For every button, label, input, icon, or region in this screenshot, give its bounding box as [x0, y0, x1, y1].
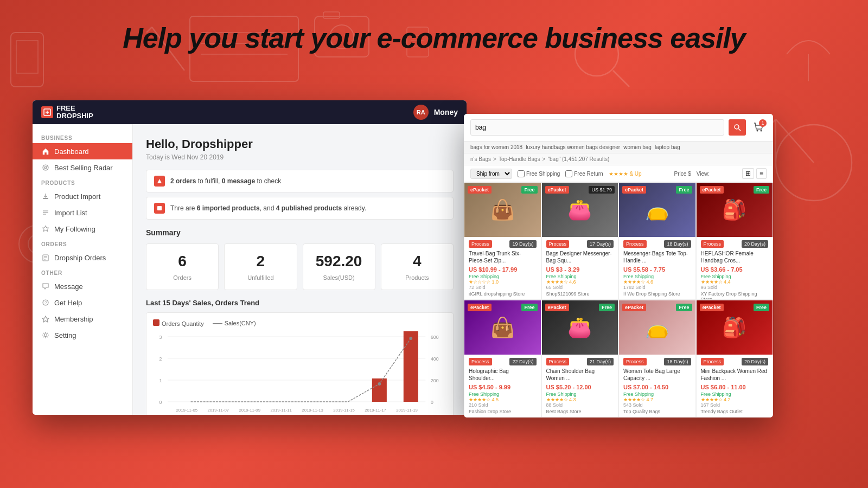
product-store: If We Drop Shipping Store: [623, 291, 691, 297]
sidebar-item-dashboard[interactable]: Dashboard: [33, 143, 132, 159]
epacket-badge: ePacket: [545, 186, 569, 194]
sidebar-label-product-import: Product Import: [54, 192, 100, 201]
free-return-checkbox[interactable]: [565, 170, 572, 177]
sidebar-item-best-selling-radar[interactable]: Best Selling Radar: [33, 159, 132, 176]
sidebar-item-my-following[interactable]: My Following: [33, 221, 132, 237]
svg-text:2019-11-15: 2019-11-15: [333, 408, 355, 413]
svg-rect-31: [43, 198, 48, 199]
sidebar-section-products: PRODUCTS: [33, 176, 132, 188]
ec-topbar: 1: [464, 114, 773, 142]
grid-view-button[interactable]: ⊞: [742, 168, 754, 179]
sidebar-item-setting[interactable]: Setting: [33, 327, 132, 343]
svg-text:2019-11-19: 2019-11-19: [396, 408, 418, 413]
product-price: US $5.58 - 7.75: [623, 266, 691, 273]
summary-grid: 6 Orders 2 Unfulfilled 592.20 Sales(USD)…: [146, 243, 454, 290]
product-stars: ★★★★☆ 4.6: [623, 279, 691, 285]
free-shipping-checkbox[interactable]: [518, 170, 525, 177]
search-tag-2[interactable]: women bag: [623, 144, 652, 150]
product-card[interactable]: ePacket US $1.79 👛 Process 17 Day(s) Bag…: [541, 182, 619, 300]
breadcrumb-part-0[interactable]: n's Bags: [470, 156, 491, 162]
date-text: Today is Wed Nov 20 2019: [146, 153, 454, 161]
product-sold: 167 Sold: [701, 402, 769, 408]
svg-text:3: 3: [159, 335, 162, 340]
product-card[interactable]: ePacket Free 👝 Process 18 Day(s) Messeng…: [618, 182, 696, 300]
price-filter[interactable]: Price $: [674, 171, 691, 177]
sidebar-label-get-help: Get Help: [54, 299, 82, 307]
search-button[interactable]: [729, 119, 746, 136]
svg-text:1: 1: [159, 378, 162, 383]
product-card[interactable]: ePacket Free 👛 Process 21 Day(s) Chain S…: [541, 300, 619, 418]
download-icon: [41, 192, 50, 201]
product-sold: 72 Sold: [469, 285, 537, 290]
topbar-right: RA Money: [413, 105, 458, 120]
sidebar-label-my-following: My Following: [54, 225, 95, 233]
sidebar-item-dropship-orders[interactable]: Dropship Orders: [33, 249, 132, 266]
user-avatar[interactable]: RA: [413, 105, 429, 120]
svg-text:2019-11-05: 2019-11-05: [176, 408, 198, 413]
search-tag-0[interactable]: bags for women 2018: [470, 144, 522, 150]
product-name: HEFLASHOR Female Handbag Cros...: [701, 250, 769, 264]
summary-card-products: 4 Products: [381, 243, 454, 290]
money-label[interactable]: Money: [434, 108, 458, 117]
process-badge: Process: [546, 358, 570, 365]
search-input[interactable]: [470, 119, 724, 136]
sidebar-label-message: Message: [54, 282, 83, 291]
sidebar-item-get-help[interactable]: ? Get Help: [33, 294, 132, 311]
svg-text:0: 0: [159, 400, 162, 405]
svg-marker-35: [42, 226, 49, 232]
product-card[interactable]: ePacket Free 🎒 Process 20 Day(s) Mini Ba…: [696, 300, 774, 418]
chart-container: Orders Quantity Sales(CNY) 3 2 1 0 600 4…: [146, 312, 454, 415]
svg-rect-63: [404, 331, 418, 402]
ship-from-select[interactable]: Ship from: [470, 169, 512, 179]
sidebar-item-membership[interactable]: Membership: [33, 311, 132, 327]
product-price: US $3.66 - 7.05: [701, 266, 769, 273]
epacket-badge: ePacket: [622, 186, 646, 194]
chart-legend: Orders Quantity Sales(CNY): [153, 319, 446, 327]
breadcrumb: n's Bags > Top-Handle Bags > "bag" (1,45…: [464, 153, 773, 165]
product-card[interactable]: ePacket Free 👜 Process 22 Day(s) Hologra…: [464, 300, 541, 418]
product-store: Fashion Drop Store: [469, 409, 537, 414]
product-name: Women Tote Bag Large Capacity ...: [623, 368, 691, 382]
epacket-badge: ePacket: [468, 304, 492, 311]
product-sold: 65 Sold: [546, 285, 614, 290]
product-name: Mini Backpack Women Red Fashion ...: [701, 368, 769, 382]
day-badge: 21 Day(s): [587, 358, 614, 365]
product-store: XY Factory Drop Shipping Store: [701, 291, 769, 300]
epacket-badge: ePacket: [468, 186, 492, 194]
product-stars: ★★★★☆ 4.5: [469, 397, 537, 402]
sidebar-label-import-list: Import List: [54, 209, 87, 217]
stars-filter[interactable]: ★★★★ & Up: [609, 171, 642, 177]
ecommerce-window: 1 bags for women 2018 luxury handbags wo…: [464, 114, 773, 418]
sidebar-item-message[interactable]: Message: [33, 278, 132, 294]
free-return-filter[interactable]: Free Return: [565, 170, 603, 177]
product-sold: 1782 Sold: [623, 285, 691, 290]
epacket-badge: ePacket: [622, 304, 646, 311]
sidebar-item-import-list[interactable]: Import List: [33, 204, 132, 221]
product-card[interactable]: ePacket Free 👜 Process 19 Day(s) Travel-…: [464, 182, 541, 300]
day-badge: 20 Day(s): [742, 358, 768, 365]
search-tag-3[interactable]: laptop bag: [655, 144, 680, 150]
product-info: Process 21 Day(s) Chain Shoulder Bag Wom…: [542, 355, 618, 418]
sidebar-item-product-import[interactable]: Product Import: [33, 188, 132, 204]
cart-icon[interactable]: 1: [750, 119, 767, 136]
product-card[interactable]: ePacket Free 🎒 Process 20 Day(s) HEFLASH…: [696, 182, 774, 300]
svg-line-75: [739, 129, 741, 131]
process-badge: Process: [546, 240, 570, 248]
breadcrumb-part-1[interactable]: Top-Handle Bags: [499, 156, 540, 162]
list-view-button[interactable]: ≡: [756, 168, 767, 179]
summary-card-unfulfilled: 2 Unfulfilled: [224, 243, 297, 290]
svg-text:2019-11-07: 2019-11-07: [207, 408, 229, 413]
product-shipping: Free Shipping: [469, 391, 537, 397]
product-name: Travel-Bag Trunk Six-Piece-Set Zip...: [469, 250, 537, 264]
settings-icon: [41, 331, 50, 339]
svg-text:600: 600: [431, 335, 439, 340]
search-tag-1[interactable]: luxury handbags women bags designer: [526, 144, 620, 150]
free-shipping-filter[interactable]: Free Shipping: [518, 170, 560, 177]
process-badge: Process: [701, 358, 724, 365]
svg-rect-43: [157, 206, 162, 210]
breadcrumb-part-2: "bag" (1,451,207 Results): [547, 156, 609, 162]
main-content: Hello, Dropshipper Today is Wed Nov 20 2…: [133, 124, 467, 415]
product-card[interactable]: ePacket Free 👝 Process 18 Day(s) Women T…: [618, 300, 696, 418]
summary-label-orders: Orders: [153, 274, 212, 281]
membership-icon: [41, 314, 50, 323]
